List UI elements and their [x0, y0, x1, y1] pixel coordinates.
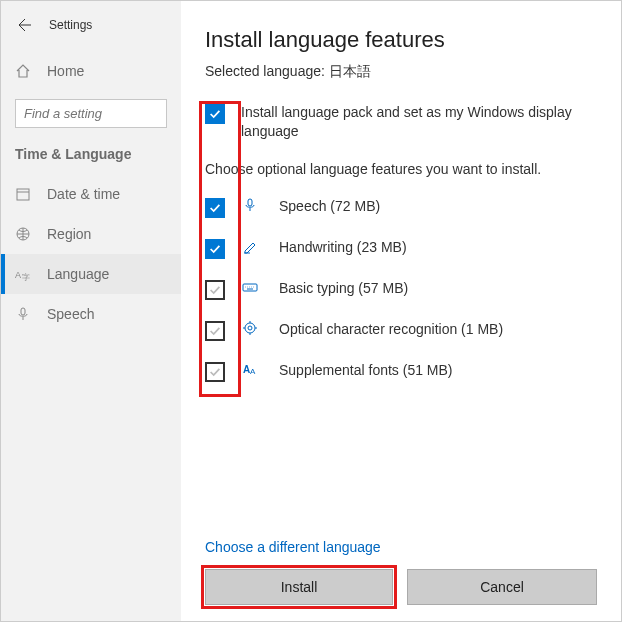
ocr-icon — [241, 320, 259, 336]
sidebar-header: Settings — [1, 11, 181, 51]
calendar-icon — [15, 186, 31, 202]
selected-prefix: Selected language: — [205, 63, 329, 79]
feature-label: Supplemental fonts (51 MB) — [279, 361, 453, 380]
nav-date-time[interactable]: Date & time — [1, 174, 181, 214]
language-icon: A字 — [15, 266, 31, 282]
svg-text:字: 字 — [22, 273, 30, 282]
choose-different-link[interactable]: Choose a different language — [205, 539, 597, 555]
feature-label: Basic typing (57 MB) — [279, 279, 408, 298]
feature-display-language: Install language pack and set as my Wind… — [205, 103, 597, 141]
checkbox-basic-typing[interactable] — [205, 280, 225, 300]
page-title: Install language features — [205, 27, 597, 53]
settings-title: Settings — [49, 18, 92, 32]
checkbox-ocr[interactable] — [205, 321, 225, 341]
search-input[interactable] — [15, 99, 167, 128]
nav-language[interactable]: A字 Language — [1, 254, 181, 294]
svg-text:A: A — [250, 367, 256, 376]
nav-region[interactable]: Region — [1, 214, 181, 254]
feature-handwriting: Handwriting (23 MB) — [205, 238, 597, 259]
nav-label: Date & time — [47, 186, 120, 202]
cancel-button[interactable]: Cancel — [407, 569, 597, 605]
checkbox-fonts[interactable] — [205, 362, 225, 382]
feature-label: Speech (72 MB) — [279, 197, 380, 216]
checkbox-speech[interactable] — [205, 198, 225, 218]
feature-speech: Speech (72 MB) — [205, 197, 597, 218]
button-row: Install Cancel — [205, 569, 597, 605]
section-title: Time & Language — [1, 142, 181, 174]
nav-label: Language — [47, 266, 109, 282]
feature-label: Handwriting (23 MB) — [279, 238, 407, 257]
svg-point-8 — [248, 326, 252, 330]
checkbox-display-language[interactable] — [205, 104, 225, 124]
microphone-icon — [15, 306, 31, 322]
svg-rect-0 — [17, 189, 29, 200]
choose-instruction: Choose optional language features you wa… — [205, 161, 597, 177]
keyboard-icon — [241, 279, 259, 295]
selected-language: Selected language: 日本語 — [205, 63, 597, 81]
feature-label: Install language pack and set as my Wind… — [241, 103, 597, 141]
svg-rect-5 — [248, 199, 252, 206]
nav-label: Speech — [47, 306, 94, 322]
nav-label: Region — [47, 226, 91, 242]
svg-rect-4 — [21, 308, 25, 315]
feature-fonts: AA Supplemental fonts (51 MB) — [205, 361, 597, 382]
microphone-icon — [241, 197, 259, 213]
nav-home[interactable]: Home — [1, 51, 181, 91]
globe-icon — [15, 226, 31, 242]
pen-icon — [241, 238, 259, 254]
svg-point-7 — [245, 323, 255, 333]
home-icon — [15, 63, 31, 79]
feature-label: Optical character recognition (1 MB) — [279, 320, 503, 339]
checkbox-handwriting[interactable] — [205, 239, 225, 259]
selected-value: 日本語 — [329, 63, 371, 79]
settings-sidebar: Settings Home Time & Language Date & tim… — [1, 1, 181, 621]
svg-text:A: A — [15, 270, 21, 280]
back-arrow-icon[interactable] — [15, 17, 31, 33]
main-panel: Install language features Selected langu… — [181, 1, 621, 621]
font-icon: AA — [241, 361, 259, 377]
feature-basic-typing: Basic typing (57 MB) — [205, 279, 597, 300]
feature-ocr: Optical character recognition (1 MB) — [205, 320, 597, 341]
install-button[interactable]: Install — [205, 569, 393, 605]
nav-label: Home — [47, 63, 84, 79]
nav-speech[interactable]: Speech — [1, 294, 181, 334]
